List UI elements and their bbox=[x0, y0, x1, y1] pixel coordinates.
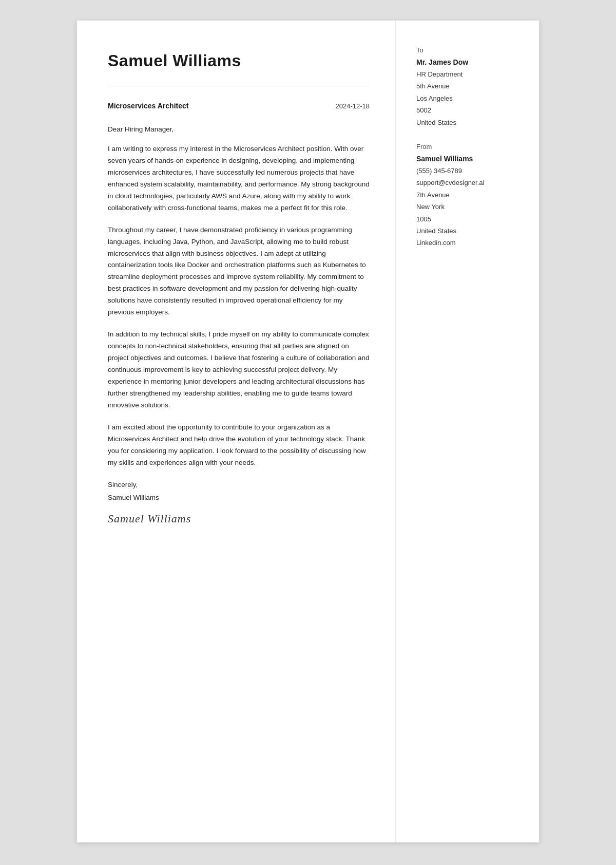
closing: Sincerely, Samuel Williams bbox=[108, 479, 370, 504]
from-street: 7th Avenue bbox=[416, 189, 518, 201]
divider bbox=[108, 86, 370, 86]
paragraph-2: Throughout my career, I have demonstrate… bbox=[108, 224, 370, 319]
to-name: Mr. James Dow bbox=[416, 58, 518, 66]
from-label: From bbox=[416, 143, 518, 151]
from-email: support@cvdesigner.ai bbox=[416, 177, 518, 189]
to-street: 5th Avenue bbox=[416, 80, 518, 92]
paragraph-4: I am excited about the opportunity to co… bbox=[108, 422, 370, 469]
to-country: United States bbox=[416, 117, 518, 128]
signature: Samuel Williams bbox=[108, 512, 370, 525]
left-column: Samuel Williams Microservices Architect … bbox=[77, 21, 395, 842]
to-label: To bbox=[416, 46, 518, 54]
to-city: Los Angeles bbox=[416, 92, 518, 104]
job-title: Microservices Architect bbox=[108, 102, 188, 110]
closing-line2: Samuel Williams bbox=[108, 492, 370, 504]
greeting: Dear Hiring Manager, bbox=[108, 125, 370, 133]
to-zip: 5002 bbox=[416, 104, 518, 116]
from-section: From Samuel Williams (555) 345-6789 supp… bbox=[416, 143, 518, 249]
job-meta: Microservices Architect 2024-12-18 bbox=[108, 102, 370, 110]
from-phone: (555) 345-6789 bbox=[416, 165, 518, 177]
job-date: 2024-12-18 bbox=[336, 102, 370, 110]
paragraph-1: I am writing to express my interest in t… bbox=[108, 143, 370, 214]
from-country: United States bbox=[416, 225, 518, 237]
paragraph-3: In addition to my technical skills, I pr… bbox=[108, 329, 370, 411]
applicant-name: Samuel Williams bbox=[108, 51, 370, 70]
right-column: To Mr. James Dow HR Department 5th Avenu… bbox=[395, 21, 539, 842]
from-city: New York bbox=[416, 201, 518, 213]
from-zip: 1005 bbox=[416, 213, 518, 225]
closing-line1: Sincerely, bbox=[108, 479, 370, 491]
cover-letter-page: Samuel Williams Microservices Architect … bbox=[77, 21, 539, 842]
to-department: HR Department bbox=[416, 68, 518, 80]
from-name: Samuel Williams bbox=[416, 155, 518, 163]
to-section: To Mr. James Dow HR Department 5th Avenu… bbox=[416, 46, 518, 128]
letter-body: I am writing to express my interest in t… bbox=[108, 143, 370, 468]
from-website: Linkedin.com bbox=[416, 237, 518, 249]
